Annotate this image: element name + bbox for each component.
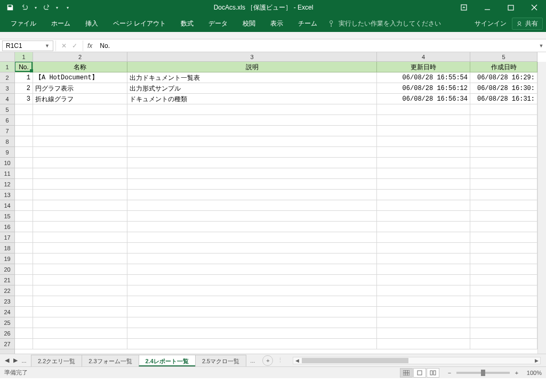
- cell[interactable]: [470, 264, 537, 275]
- cell[interactable]: [15, 104, 33, 115]
- fx-icon[interactable]: fx: [83, 42, 97, 50]
- cell[interactable]: [33, 104, 127, 115]
- cell[interactable]: [33, 317, 127, 328]
- cell[interactable]: [470, 158, 537, 168]
- row-header-13[interactable]: 13: [0, 190, 14, 200]
- row-header-16[interactable]: 16: [0, 222, 14, 232]
- undo-dropdown[interactable]: ▾: [33, 2, 38, 13]
- maximize-button[interactable]: [499, 0, 523, 15]
- cell[interactable]: [15, 307, 33, 317]
- cell[interactable]: [127, 126, 377, 136]
- cell[interactable]: [377, 168, 470, 179]
- cell[interactable]: [127, 254, 377, 264]
- horizontal-scrollbar[interactable]: ◀ ▶: [293, 357, 541, 364]
- cell[interactable]: [127, 104, 377, 115]
- cell[interactable]: [15, 264, 33, 275]
- qat-customize[interactable]: ▾: [61, 2, 75, 13]
- cell-grid[interactable]: No.名称説明更新日時作成日時1【A HotDocument】出力ドキュメント一…: [15, 62, 537, 354]
- row-header-25[interactable]: 25: [0, 317, 14, 328]
- tab-scroll-right[interactable]: ▶: [12, 357, 19, 364]
- row-header-15[interactable]: 15: [0, 211, 14, 222]
- col-header-2[interactable]: 2: [33, 52, 127, 61]
- cell[interactable]: 【A HotDocument】: [33, 72, 127, 83]
- cell[interactable]: [377, 243, 470, 254]
- view-normal[interactable]: [400, 368, 413, 378]
- cell[interactable]: [470, 179, 537, 190]
- hscroll-left[interactable]: ◀: [293, 358, 301, 363]
- vertical-scrollbar[interactable]: [537, 62, 546, 354]
- cell[interactable]: [127, 211, 377, 222]
- cell[interactable]: 06/08/28 16:56:34: [377, 94, 470, 104]
- tab-data[interactable]: データ: [201, 15, 235, 32]
- cell[interactable]: [15, 158, 33, 168]
- row-header-27[interactable]: 27: [0, 339, 14, 349]
- cell[interactable]: [15, 200, 33, 211]
- cell[interactable]: [15, 232, 33, 243]
- cell[interactable]: [470, 307, 537, 317]
- cell[interactable]: [127, 190, 377, 200]
- name-box[interactable]: R1C1 ▼: [2, 40, 53, 51]
- col-header-5[interactable]: 5: [470, 52, 537, 61]
- tab-team[interactable]: チーム: [291, 15, 325, 32]
- cell[interactable]: [127, 232, 377, 243]
- cell[interactable]: [33, 275, 127, 285]
- tab-review[interactable]: 校閲: [235, 15, 263, 32]
- cell[interactable]: [470, 104, 537, 115]
- cell[interactable]: [377, 136, 470, 147]
- cell[interactable]: 作成日時: [470, 62, 537, 72]
- cell[interactable]: [470, 339, 537, 349]
- cell[interactable]: [127, 222, 377, 232]
- cell[interactable]: [470, 317, 537, 328]
- cell[interactable]: [377, 190, 470, 200]
- row-header-2[interactable]: 2: [0, 72, 14, 83]
- cell[interactable]: [470, 296, 537, 307]
- row-header-12[interactable]: 12: [0, 179, 14, 190]
- new-sheet-button[interactable]: +: [262, 355, 273, 366]
- cell[interactable]: [127, 275, 377, 285]
- cell[interactable]: [127, 339, 377, 349]
- cell[interactable]: [33, 126, 127, 136]
- cell[interactable]: [15, 211, 33, 222]
- tabs-next-ellipsis[interactable]: ...: [246, 357, 259, 364]
- hscroll-right[interactable]: ▶: [533, 358, 540, 363]
- row-header-3[interactable]: 3: [0, 83, 14, 94]
- cell[interactable]: [127, 147, 377, 158]
- row-header-21[interactable]: 21: [0, 275, 14, 285]
- tab-formulas[interactable]: 数式: [173, 15, 201, 32]
- cell[interactable]: [470, 211, 537, 222]
- cell[interactable]: [470, 222, 537, 232]
- cell[interactable]: [33, 285, 127, 296]
- cell[interactable]: [377, 317, 470, 328]
- tab-view[interactable]: 表示: [263, 15, 291, 32]
- cell[interactable]: [470, 200, 537, 211]
- cell[interactable]: [470, 136, 537, 147]
- row-header-5[interactable]: 5: [0, 104, 14, 115]
- cell[interactable]: [377, 307, 470, 317]
- sheet-tab-2[interactable]: 2.4レポート一覧: [139, 355, 196, 366]
- zoom-in[interactable]: +: [513, 370, 520, 376]
- cell[interactable]: [470, 254, 537, 264]
- cell[interactable]: [33, 254, 127, 264]
- minimize-button[interactable]: [476, 0, 499, 15]
- row-header-9[interactable]: 9: [0, 147, 14, 158]
- zoom-level[interactable]: 100%: [527, 370, 542, 376]
- zoom-out[interactable]: −: [446, 370, 453, 376]
- row-header-18[interactable]: 18: [0, 243, 14, 254]
- row-header-20[interactable]: 20: [0, 264, 14, 275]
- cell[interactable]: [470, 285, 537, 296]
- cell[interactable]: [377, 200, 470, 211]
- tab-home[interactable]: ホーム: [44, 15, 78, 32]
- cell[interactable]: [377, 285, 470, 296]
- cell[interactable]: [33, 168, 127, 179]
- zoom-thumb[interactable]: [481, 370, 485, 376]
- cell[interactable]: [15, 179, 33, 190]
- cell[interactable]: [377, 179, 470, 190]
- save-button[interactable]: [3, 2, 17, 13]
- cell[interactable]: [33, 190, 127, 200]
- cell[interactable]: [33, 179, 127, 190]
- row-header-11[interactable]: 11: [0, 168, 14, 179]
- cell[interactable]: [377, 254, 470, 264]
- cell[interactable]: [470, 168, 537, 179]
- tab-file[interactable]: ファイル: [3, 15, 44, 32]
- cell[interactable]: [33, 307, 127, 317]
